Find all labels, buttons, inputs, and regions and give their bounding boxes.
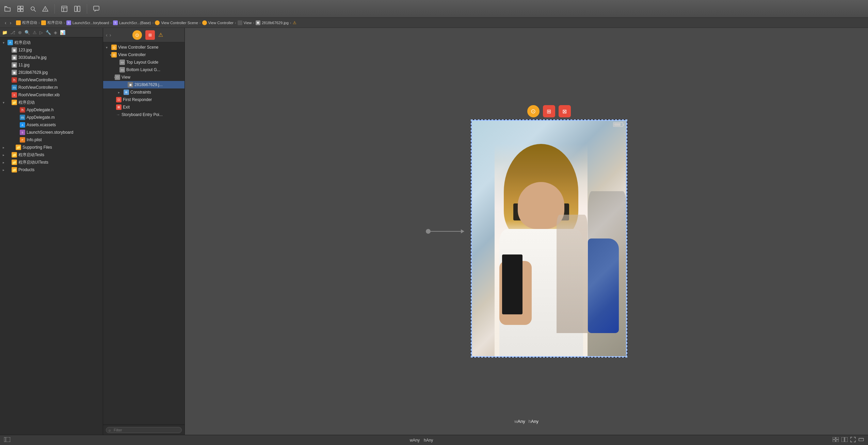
sidebar-toggle-icon[interactable] (4, 437, 10, 443)
breadcrumb-item-3[interactable]: S LaunchScr...(Base) (113, 20, 151, 25)
nav-symbol-icon[interactable]: ⊕ (18, 30, 22, 35)
tree-item-products[interactable]: ▸ 📁 Products (0, 166, 103, 174)
tree-item-plist[interactable]: ▸ P Info.plist (0, 136, 103, 144)
outline-item-scene[interactable]: ▾ ⊙ View Controller Scene (103, 44, 184, 51)
breadcrumb-warning[interactable]: ⚠ (293, 20, 296, 25)
expand-icon[interactable] (850, 437, 856, 443)
toolbar-separator-1 (54, 4, 55, 14)
tree-item-3030jpg[interactable]: ▸ ▣ 3030afaa7e.jpg (0, 54, 103, 61)
outline-item-bottomlayout[interactable]: ▸ ▭ Bottom Layout G... (103, 66, 184, 73)
storyboard-action-icon[interactable]: ⊞ (145, 30, 155, 40)
device-frame[interactable] (471, 119, 627, 358)
arrow-line (430, 231, 464, 232)
h-value: Any (531, 419, 539, 424)
nav-forward-icon[interactable]: › (110, 32, 111, 38)
rulers-icon[interactable] (858, 437, 864, 443)
tree-item-uitests[interactable]: ▸ 📁 程序启动UITests (0, 159, 103, 166)
entry-arrow (426, 229, 464, 234)
storyboard-canvas-icon[interactable]: ⊞ (543, 105, 555, 117)
tree-item-app-folder[interactable]: ▾ 📁 程序启动 (0, 99, 103, 106)
bottom-center: wAny hAny (410, 438, 433, 443)
outline-item-entry[interactable]: ▸ → Storyboard Entry Poi... (103, 111, 184, 118)
outline-item-responder[interactable]: ▸ ⊡ First Responder (103, 96, 184, 103)
breadcrumb-item-0[interactable]: 程序启动 (16, 20, 37, 25)
h-icon: h (12, 77, 17, 83)
breadcrumb-item-5[interactable]: View Controller (202, 20, 234, 25)
tree-item-123jpg[interactable]: ▸ ▣ 123.jpg (0, 46, 103, 54)
nav-breakpoints-icon[interactable]: ◈ (54, 30, 57, 35)
outline-item-toplayout[interactable]: ▸ ▭ Top Layout Guide (103, 59, 184, 66)
nav-source-icon[interactable]: ⎇ (10, 30, 15, 35)
nav-reports-icon[interactable]: 📊 (60, 30, 65, 35)
tree-item-rvcM[interactable]: ▸ m RootViewController.m (0, 84, 103, 91)
tree-item-supporting[interactable]: ▸ 📁 Supporting Files (0, 144, 103, 151)
nav-folder-icon[interactable]: 📁 (2, 30, 7, 35)
xib-icon: X (12, 92, 17, 98)
grid-icon[interactable] (17, 5, 24, 12)
outline-tree: ▾ ⊙ View Controller Scene ▾ ⊙ View Contr… (103, 42, 184, 425)
warning-icon[interactable] (42, 6, 48, 12)
nav-forward[interactable]: › (9, 19, 13, 26)
tree-item-assets[interactable]: ▸ A Assets.xcassets (0, 121, 103, 129)
outline-item-view[interactable]: ▾ □ View (103, 73, 184, 81)
vc-scene-icon[interactable]: ⊙ (132, 30, 142, 40)
breadcrumb-item-1[interactable]: 程序启动 (41, 20, 62, 25)
layout-icon[interactable] (61, 5, 68, 12)
tree-item-adH[interactable]: ▸ h AppDelegate.h (0, 106, 103, 114)
bottom-bar: wAny hAny (0, 435, 868, 445)
nav-debug-icon[interactable]: 🔧 (46, 30, 51, 35)
nav-issues-icon[interactable]: ⚠ (33, 30, 37, 35)
m-icon-2: m (20, 115, 25, 120)
folder-open-icon[interactable] (4, 5, 11, 12)
tree-item-rvcXib[interactable]: ▸ X RootViewController.xib (0, 91, 103, 99)
tree-item-adM[interactable]: ▸ m AppDelegate.m (0, 114, 103, 121)
breadcrumb-item-7[interactable]: ▣ 2818b67629.jpg (256, 20, 289, 25)
outline-item-constraints[interactable]: ▸ ⊕ Constraints (103, 88, 184, 96)
nav-search-icon[interactable]: 🔍 (25, 30, 30, 35)
breadcrumb-item-4[interactable]: View Controller Scene (155, 20, 198, 25)
w-value: Any (517, 419, 525, 424)
canvas-warning-icon[interactable]: ⚠ (158, 32, 163, 38)
tree-item-11jpg[interactable]: ▸ ▣ 11.jpg (0, 61, 103, 69)
tree-item-2818jpg[interactable]: ▸ ▣ 2818b67629.jpg (0, 69, 103, 76)
svg-line-5 (34, 10, 36, 12)
outline-item-exit[interactable]: ▸ ⊠ Exit (103, 103, 184, 111)
status-bar (613, 122, 623, 128)
two-col-icon[interactable] (841, 437, 848, 443)
bg-person-2 (557, 215, 588, 333)
nav-back[interactable]: ‹ (3, 19, 8, 26)
columns-icon[interactable] (74, 5, 81, 12)
doc-outline: ‹ › ⊙ ⊞ ⚠ ▾ ⊙ View Controller Scene ▾ (103, 28, 185, 435)
grid-layout-icon[interactable] (833, 437, 839, 443)
outline-item-image[interactable]: ▸ ▣ 2818b67629.j... (103, 81, 184, 88)
breadcrumb-item-6[interactable]: View (238, 20, 252, 25)
nav-arrows: ‹ › (3, 19, 13, 26)
exit-canvas-icon[interactable]: ⊠ (559, 105, 571, 117)
svg-rect-2 (18, 9, 20, 12)
nav-tests-icon[interactable]: ▷ (39, 30, 43, 35)
tree-item-launchscreen[interactable]: ▸ S LaunchScreen.storyboard (0, 129, 103, 136)
svg-rect-17 (836, 437, 839, 439)
app-icon: A (7, 40, 13, 45)
canvas-content: ⊙ ⊞ ⊠ (426, 105, 627, 358)
svg-rect-11 (75, 6, 77, 12)
tree-item-tests[interactable]: ▸ 📁 程序启动Tests (0, 151, 103, 159)
filter-input[interactable] (106, 427, 182, 433)
search-icon[interactable] (30, 6, 36, 12)
tree-item-root[interactable]: ▾ A 程序启动 (0, 39, 103, 46)
main-layout: 📁 ⎇ ⊕ 🔍 ⚠ ▷ 🔧 ◈ 📊 ▾ A 程序启动 ▸ ▣ 123.jpg (0, 28, 868, 435)
filter-search-icon: ⌕ (109, 428, 111, 432)
tree-item-rvcH[interactable]: ▸ h RootViewController.h (0, 76, 103, 84)
folder-icon-3: 📁 (12, 152, 17, 158)
storyboard-icon: S (20, 130, 25, 135)
outline-item-vc[interactable]: ▾ ⊙ View Controller (103, 51, 184, 59)
folder-icon-1: 📁 (12, 100, 17, 105)
chat-icon[interactable] (93, 6, 99, 12)
nav-back-icon[interactable]: ‹ (106, 32, 108, 38)
vc-scene-canvas-icon[interactable]: ⊙ (527, 105, 540, 117)
outline-filter-bar: ⌕ (103, 425, 184, 435)
canvas-area: ⊙ ⊞ ⊠ (185, 28, 868, 435)
scene-action-icons: ⊙ ⊞ ⚠ (114, 30, 182, 40)
breadcrumb-item-2[interactable]: S LaunchScr...toryboard (66, 20, 109, 25)
file-tree: ▾ A 程序启动 ▸ ▣ 123.jpg ▸ ▣ 3030afaa7e.jpg … (0, 37, 103, 435)
